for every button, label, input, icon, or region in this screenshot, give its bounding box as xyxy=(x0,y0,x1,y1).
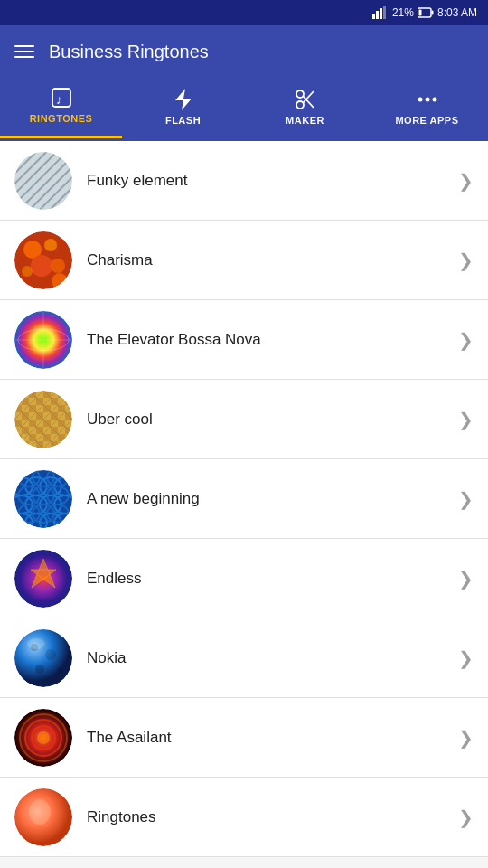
svg-marker-9 xyxy=(175,89,192,110)
svg-point-14 xyxy=(418,97,422,101)
tab-ringtones-label: RINGTONES xyxy=(30,113,93,124)
item-title: Charisma xyxy=(87,251,451,269)
item-title: Funky element xyxy=(87,172,451,190)
music-note-icon: ♪ xyxy=(50,86,73,109)
svg-point-71 xyxy=(45,649,56,660)
battery-text: 21% xyxy=(392,6,414,19)
list-item[interactable]: Charisma ❯ xyxy=(0,221,488,300)
svg-point-15 xyxy=(425,97,429,101)
chevron-right-icon: ❯ xyxy=(458,647,474,669)
svg-rect-5 xyxy=(431,11,433,15)
status-icons: 21% 8:03 AM xyxy=(372,6,477,19)
tab-more-apps-label: MORE APPS xyxy=(395,115,458,126)
svg-point-80 xyxy=(37,731,50,744)
chevron-right-icon: ❯ xyxy=(458,727,474,749)
tab-maker-label: MAKER xyxy=(286,115,324,126)
status-bar: 21% 8:03 AM xyxy=(0,0,488,25)
svg-point-69 xyxy=(14,629,72,687)
battery-icon xyxy=(418,7,434,18)
item-avatar xyxy=(14,470,72,528)
item-title: Nokia xyxy=(87,649,451,667)
item-title: The Asailant xyxy=(87,729,451,747)
tab-ringtones[interactable]: ♪ RINGTONES xyxy=(0,78,122,138)
svg-point-11 xyxy=(296,101,304,108)
item-title: Uber cool xyxy=(87,410,451,429)
item-avatar xyxy=(14,788,72,846)
svg-rect-0 xyxy=(372,14,375,19)
svg-point-74 xyxy=(27,638,45,649)
chevron-right-icon: ❯ xyxy=(458,568,474,590)
chevron-right-icon: ❯ xyxy=(458,250,474,271)
chevron-right-icon: ❯ xyxy=(458,170,474,192)
list-item[interactable]: A new beginning ❯ xyxy=(0,459,488,539)
signal-icon xyxy=(372,6,389,19)
item-avatar xyxy=(14,231,72,289)
list-item[interactable]: The Elevator Bossa Nova ❯ xyxy=(0,300,488,380)
app-title: Business Ringtones xyxy=(49,42,209,62)
svg-rect-1 xyxy=(376,11,379,19)
svg-point-28 xyxy=(52,273,68,289)
svg-text:♪: ♪ xyxy=(56,92,62,107)
svg-point-25 xyxy=(31,255,52,277)
list-item[interactable]: The Asailant ❯ xyxy=(0,698,488,778)
svg-point-26 xyxy=(51,259,65,273)
item-avatar xyxy=(14,311,72,369)
svg-point-24 xyxy=(44,239,57,251)
item-avatar xyxy=(14,391,72,448)
list-item[interactable]: Endless ❯ xyxy=(0,539,488,618)
list-item[interactable]: Funky element ❯ xyxy=(0,141,488,221)
item-title: A new beginning xyxy=(87,490,451,508)
list-item[interactable]: Nokia ❯ xyxy=(0,618,488,698)
item-avatar xyxy=(14,629,72,687)
item-title: Ringtones xyxy=(87,808,451,826)
list-item[interactable]: Uber cool ❯ xyxy=(0,380,488,459)
list-item[interactable]: Ringtones ❯ xyxy=(0,778,488,857)
item-avatar xyxy=(14,709,72,767)
tab-flash-label: FLASH xyxy=(165,115,201,126)
tab-more-apps[interactable]: MORE APPS xyxy=(366,78,488,138)
item-title: Endless xyxy=(87,570,451,588)
svg-point-41 xyxy=(14,391,72,448)
tab-bar: ♪ RINGTONES FLASH MAKER MORE APPS xyxy=(0,78,488,141)
svg-point-72 xyxy=(35,665,44,674)
svg-rect-20 xyxy=(14,152,72,210)
svg-rect-3 xyxy=(383,6,386,19)
svg-rect-6 xyxy=(418,10,421,16)
item-title: The Elevator Bossa Nova xyxy=(87,331,451,349)
app-header: Business Ringtones xyxy=(0,25,488,78)
chevron-right-icon: ❯ xyxy=(458,329,474,351)
menu-button[interactable] xyxy=(14,45,34,58)
tab-maker[interactable]: MAKER xyxy=(244,78,366,138)
item-avatar xyxy=(14,152,72,210)
chevron-right-icon: ❯ xyxy=(458,807,474,828)
svg-point-10 xyxy=(296,90,304,98)
svg-rect-2 xyxy=(380,8,382,19)
svg-point-83 xyxy=(29,799,51,825)
tab-flash[interactable]: FLASH xyxy=(122,78,244,138)
flash-icon xyxy=(174,88,193,111)
ringtone-list: Funky element ❯ Charisma ❯ xyxy=(0,141,488,857)
time-text: 8:03 AM xyxy=(437,6,477,19)
scissors-icon xyxy=(294,88,317,111)
chevron-right-icon: ❯ xyxy=(458,409,474,430)
chevron-right-icon: ❯ xyxy=(458,488,474,510)
svg-point-27 xyxy=(22,266,33,277)
svg-point-73 xyxy=(57,667,62,673)
item-avatar xyxy=(14,550,72,608)
svg-point-16 xyxy=(432,97,436,101)
more-dots-icon xyxy=(416,88,439,111)
